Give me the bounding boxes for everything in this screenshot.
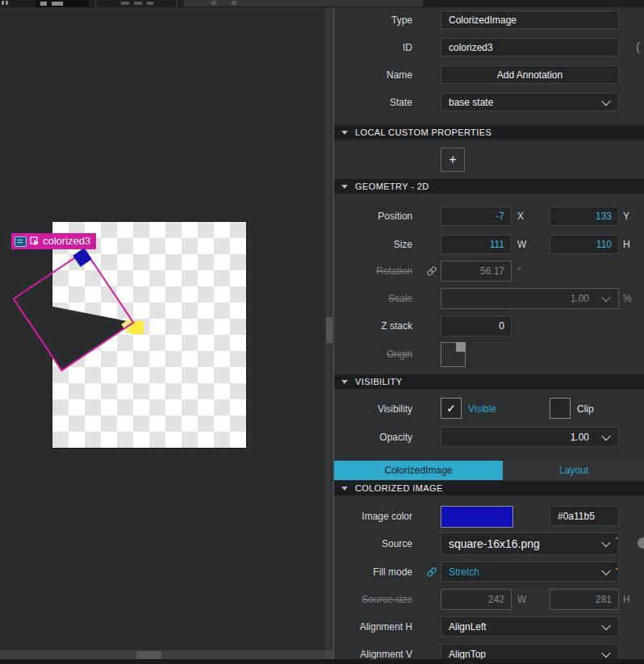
section-local-custom-properties[interactable]: LOCAL CUSTOM PROPERTIES — [334, 125, 644, 140]
caret-down-icon — [341, 185, 348, 189]
toolbar-pressed-button[interactable] — [36, 0, 89, 7]
rotation-field[interactable]: 56.17 — [441, 261, 512, 282]
name-label: Name — [334, 69, 412, 81]
degree-unit-label: ° — [517, 265, 521, 277]
x-unit-label: X — [517, 211, 524, 222]
vertical-scrollbar-thumb[interactable] — [326, 317, 332, 343]
app-window: colorized3 Type ColorizedImage — [0, 0, 644, 664]
link-icon[interactable] — [426, 265, 437, 277]
position-y-field[interactable]: 133 — [550, 207, 619, 226]
origin-widget[interactable] — [441, 342, 466, 367]
visible-checkbox[interactable]: ✓ — [441, 398, 462, 419]
opacity-dropdown[interactable]: 1.00 — [441, 427, 619, 447]
clipped-circle-icon[interactable] — [638, 537, 644, 549]
clip-checkbox[interactable] — [550, 398, 571, 419]
size-w-field[interactable]: 111 — [441, 235, 512, 254]
horizontal-scrollbar-thumb[interactable] — [136, 651, 161, 659]
state-dropdown[interactable]: base state — [441, 93, 619, 111]
source-dropdown[interactable]: square-16x16.png — [441, 532, 619, 555]
toolbar-field[interactable] — [184, 0, 423, 6]
rotation-label: Rotation — [334, 265, 412, 277]
section-colorized-image[interactable]: COLORIZED IMAGE — [334, 481, 644, 495]
toolbar-strip — [0, 0, 644, 7]
origin-knob[interactable] — [456, 342, 466, 352]
image-color-swatch[interactable] — [441, 506, 513, 528]
scale-dropdown[interactable]: 1.00 — [441, 288, 619, 309]
caret-down-icon — [341, 380, 348, 384]
id-field[interactable]: colorized3 — [441, 38, 619, 56]
selection-label[interactable]: colorized3 — [11, 233, 96, 249]
visible-checkbox-label: Visible — [468, 403, 496, 415]
tab-colorizedimage[interactable]: ColorizedImage — [334, 461, 503, 480]
selection-label-text: colorized3 — [43, 233, 90, 249]
tab-layout[interactable]: Layout — [503, 461, 644, 480]
size-h-field[interactable]: 110 — [550, 235, 619, 254]
clip-checkbox-label: Clip — [577, 403, 594, 415]
source-size-label: Source size — [334, 594, 412, 605]
w-unit-label: W — [517, 594, 526, 605]
check-icon: ✓ — [446, 402, 456, 415]
z-stack-label: Z stack — [334, 320, 412, 332]
vertical-scrollbar[interactable] — [325, 7, 333, 650]
size-label: Size — [334, 239, 412, 250]
position-label: Position — [334, 211, 412, 222]
caret-down-icon — [341, 487, 348, 491]
add-annotation-button[interactable]: Add Annotation — [441, 65, 619, 84]
position-x-field[interactable]: -7 — [441, 207, 512, 226]
h-unit-label: H — [623, 239, 630, 250]
h-unit-label: H — [623, 594, 630, 605]
scale-label: Scale — [334, 293, 412, 304]
source-size-w-field[interactable]: 242 — [441, 589, 512, 610]
source-size-h-field[interactable]: 281 — [550, 589, 619, 610]
visibility-label: Visibility — [334, 403, 412, 415]
alignment-h-dropdown[interactable]: AlignLeft — [441, 616, 619, 637]
fill-mode-label: Fill mode — [334, 566, 412, 578]
origin-label: Origin — [334, 349, 412, 360]
image-color-label: Image color — [334, 511, 412, 522]
clipped-paren-icon[interactable]: ( — [636, 40, 640, 53]
bottom-window-edge — [0, 659, 644, 664]
state-label: State — [334, 97, 412, 108]
cursor-select-icon — [30, 236, 40, 246]
alignment-h-label: Alignment H — [334, 621, 412, 633]
toolbar-icon[interactable] — [2, 1, 4, 5]
binding-indicator-dot — [616, 537, 617, 539]
binding-indicator-dot — [616, 568, 617, 570]
component-icon — [15, 236, 27, 247]
toolbar-icon[interactable] — [232, 1, 236, 5]
y-unit-label: Y — [623, 211, 629, 222]
opacity-label: Opacity — [334, 432, 412, 443]
type-field[interactable]: ColorizedImage — [441, 10, 619, 29]
link-icon[interactable] — [426, 566, 437, 578]
alignment-v-label: Alignment V — [334, 649, 412, 660]
z-stack-field[interactable]: 0 — [441, 315, 512, 336]
type-label: Type — [334, 15, 412, 26]
caret-down-icon — [341, 131, 348, 135]
toolbar-icon[interactable] — [121, 2, 129, 5]
id-label: ID — [334, 42, 412, 53]
w-unit-label: W — [517, 239, 526, 250]
toolbar-icon[interactable] — [134, 2, 142, 5]
add-property-button[interactable]: + — [441, 148, 465, 172]
source-label: Source — [334, 538, 412, 549]
toolbar-icon[interactable] — [147, 2, 153, 5]
blue-colorized-image-item[interactable] — [73, 248, 92, 267]
toolbar-separator — [176, 0, 177, 6]
percent-unit-label: % — [623, 293, 632, 304]
image-color-hex-field[interactable]: #0a11b5 — [550, 506, 619, 526]
toolbar-icon[interactable] — [211, 1, 216, 5]
properties-panel: Type ColorizedImage ID colorized3 ( Name… — [333, 0, 644, 664]
section-visibility[interactable]: VISIBILITY — [334, 374, 644, 389]
section-geometry-2d[interactable]: GEOMETRY - 2D — [334, 179, 644, 194]
toolbar-icon[interactable] — [6, 1, 8, 5]
toolbar-separator — [95, 0, 96, 6]
fill-mode-dropdown[interactable]: Stretch — [441, 562, 619, 582]
